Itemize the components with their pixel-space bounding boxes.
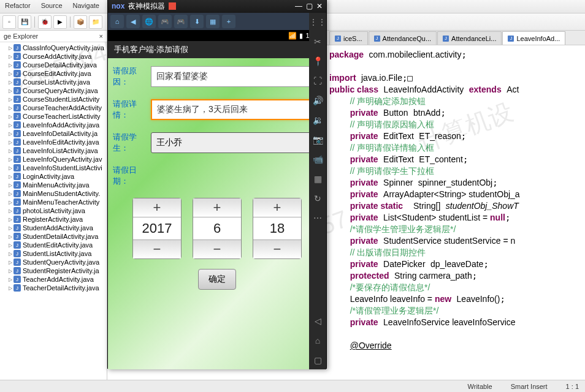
side-rotate-icon[interactable]: ↻ bbox=[312, 193, 323, 204]
tab-2[interactable]: JAttendanceLi... bbox=[437, 31, 502, 45]
label-date: 请假日期： bbox=[113, 165, 151, 187]
day-down[interactable]: − bbox=[253, 240, 301, 258]
file-RegisterActivity.java[interactable]: ▷JRegisterActivity.java bbox=[0, 215, 107, 224]
file-MainMenuTeacherActivity[interactable]: ▷JMainMenuTeacherActivity bbox=[0, 198, 107, 206]
code-editor[interactable]: package com.mobileclient.activity; impor… bbox=[327, 45, 585, 380]
tb-run[interactable]: ▶ bbox=[53, 15, 67, 29]
input-detail[interactable] bbox=[151, 99, 321, 120]
file-CourseEditActivity.java[interactable]: ▷JCourseEditActivity.java bbox=[0, 69, 107, 78]
status-pos: 1 : 1 bbox=[566, 383, 579, 390]
side-more-icon[interactable]: ⋯ bbox=[312, 213, 323, 224]
file-LeaveInfoQueryActivity.jav[interactable]: ▷JLeaveInfoQueryActivity.jav bbox=[0, 155, 107, 164]
side-drag-icon[interactable]: ⋮⋮ bbox=[312, 17, 323, 28]
menu-source[interactable]: Source bbox=[41, 2, 63, 9]
side-volup-icon[interactable]: 🔊 bbox=[312, 95, 323, 106]
emu-down-icon[interactable]: ⬇ bbox=[190, 15, 204, 28]
year-up[interactable]: + bbox=[133, 198, 181, 217]
tb-pkg[interactable]: 📦 bbox=[74, 15, 87, 29]
emulator-title: 夜神模拟器 bbox=[128, 1, 165, 12]
tab-0[interactable]: JiceS... bbox=[329, 31, 368, 45]
file-LeaveInfoEditActivity.java[interactable]: ▷JLeaveInfoEditActivity.java bbox=[0, 138, 107, 146]
status-insert: Smart Insert bbox=[511, 383, 548, 390]
side-voldown-icon[interactable]: 🔉 bbox=[312, 115, 323, 126]
file-CourseDetailActivity.java[interactable]: ▷JCourseDetailActivity.java bbox=[0, 61, 107, 69]
side-back-icon[interactable]: ◁ bbox=[312, 315, 323, 326]
status-writable: Writable bbox=[468, 383, 492, 390]
tb-save[interactable]: 💾 bbox=[18, 15, 31, 29]
file-ClassInfoQueryActivity.java[interactable]: ▷JClassInfoQueryActivity.java bbox=[0, 43, 107, 52]
side-location-icon[interactable]: 📍 bbox=[312, 56, 323, 67]
record-icon bbox=[169, 2, 176, 10]
status-bar: Writable Smart Insert 1 : 1 bbox=[0, 380, 585, 392]
menu-refactor[interactable]: Refactor bbox=[5, 2, 31, 9]
side-cut-icon[interactable]: ✂ bbox=[312, 36, 323, 47]
label-detail: 请假详情： bbox=[113, 99, 151, 121]
file-LeaveInfoStudentListActivi[interactable]: ▷JLeaveInfoStudentListActivi bbox=[0, 164, 107, 172]
input-reason[interactable] bbox=[151, 66, 321, 87]
max-icon[interactable]: ▢ bbox=[306, 2, 313, 10]
emu-launcher-tabs: ⌂ ◀ 🌐 🎮 🎮 ⬇ ▦ + bbox=[108, 13, 326, 30]
month-up[interactable]: + bbox=[193, 198, 241, 217]
tb-folder[interactable]: 📁 bbox=[89, 15, 102, 29]
select-student[interactable]: 王小乔▾ bbox=[151, 132, 321, 153]
editor-tabs: JiceS...JAttendanceQu...JAttendanceLi...… bbox=[327, 31, 585, 45]
file-photoListActivity.java[interactable]: ▷JphotoListActivity.java bbox=[0, 206, 107, 215]
file-TeacherDetailActivity.java[interactable]: ▷JTeacherDetailActivity.java bbox=[0, 284, 107, 292]
side-recent-icon[interactable]: ▢ bbox=[312, 355, 323, 366]
month-value: 6 bbox=[193, 217, 241, 240]
file-StudentRegisterActivity.ja[interactable]: ▷JStudentRegisterActivity.ja bbox=[0, 266, 107, 275]
leave-form: 请假原因： 请假详情： 请假学生： 王小乔▾ 请假日期： + 2017 − + … bbox=[108, 58, 326, 369]
emu-add-icon[interactable]: + bbox=[222, 15, 235, 28]
day-up[interactable]: + bbox=[253, 198, 301, 217]
date-picker[interactable]: + 2017 − + 6 − + 18 − bbox=[113, 198, 321, 259]
file-LeaveInfoAddActivity.java[interactable]: ▷JLeaveInfoAddActivity.java bbox=[0, 121, 107, 129]
file-tree[interactable]: ▷JClassInfoQueryActivity.java▷JCourseAdd… bbox=[0, 42, 107, 373]
confirm-button[interactable]: 确定 bbox=[198, 269, 236, 290]
file-TeacherAddActivity.java[interactable]: ▷JTeacherAddActivity.java bbox=[0, 275, 107, 284]
file-CourseTeacherAddActivity[interactable]: ▷JCourseTeacherAddActivity bbox=[0, 104, 107, 112]
file-StudentAddActivity.java[interactable]: ▷JStudentAddActivity.java bbox=[0, 224, 107, 232]
emu-home-icon[interactable]: ⌂ bbox=[110, 15, 124, 28]
tab-1[interactable]: JAttendanceQu... bbox=[369, 31, 437, 45]
emu-game-icon[interactable]: 🎮 bbox=[158, 15, 172, 28]
tab-3[interactable]: JLeaveInfoAd... bbox=[502, 31, 565, 45]
year-value: 2017 bbox=[133, 217, 181, 240]
month-down[interactable]: − bbox=[193, 240, 241, 258]
android-emulator: nox 夜神模拟器 — ▢ ✕ ⌂ ◀ 🌐 🎮 🎮 ⬇ ▦ + 📶 ▮ 11:4… bbox=[107, 0, 327, 369]
package-explorer: ge Explorer × ▷JClassInfoQueryActivity.j… bbox=[0, 31, 107, 380]
file-StudentListActivity.java[interactable]: ▷JStudentListActivity.java bbox=[0, 249, 107, 258]
menu-navigate[interactable]: Navigate bbox=[73, 2, 99, 9]
wifi-icon: 📶 bbox=[288, 32, 297, 40]
side-screenshot-icon[interactable]: 📷 bbox=[312, 134, 323, 145]
file-CourseAddActivity.java[interactable]: ▷JCourseAddActivity.java bbox=[0, 52, 107, 61]
file-MainMenuStudentActivity.[interactable]: ▷JMainMenuStudentActivity. bbox=[0, 189, 107, 198]
tb-debug[interactable]: 🐞 bbox=[38, 15, 52, 29]
file-MainMenuActivity.java[interactable]: ▷JMainMenuActivity.java bbox=[0, 181, 107, 189]
file-CourseListActivity.java[interactable]: ▷JCourseListActivity.java bbox=[0, 78, 107, 86]
side-multi-icon[interactable]: ▦ bbox=[312, 173, 323, 184]
emu-gamepad-icon[interactable]: 🎮 bbox=[174, 15, 188, 28]
file-StudentQueryActivity.java[interactable]: ▷JStudentQueryActivity.java bbox=[0, 258, 107, 266]
side-video-icon[interactable]: 📹 bbox=[312, 154, 323, 165]
explorer-close-icon[interactable]: × bbox=[99, 32, 103, 40]
file-StudentEditActivity.java[interactable]: ▷JStudentEditActivity.java bbox=[0, 241, 107, 249]
file-LoginActivity.java[interactable]: ▷JLoginActivity.java bbox=[0, 172, 107, 181]
emu-back-icon[interactable]: ◀ bbox=[126, 15, 140, 28]
file-CourseTeacherListActivity[interactable]: ▷JCourseTeacherListActivity bbox=[0, 112, 107, 121]
file-StudentDetailActivity.java[interactable]: ▷JStudentDetailActivity.java bbox=[0, 232, 107, 241]
side-home-icon[interactable]: ⌂ bbox=[312, 335, 323, 346]
emulator-sidebar: ⋮⋮ ✂ 📍 ⛶ 🔊 🔉 📷 📹 ▦ ↻ ⋯ ◁ ⌂ ▢ bbox=[309, 13, 326, 369]
file-CourseQueryActivity.java[interactable]: ▷JCourseQueryActivity.java bbox=[0, 86, 107, 95]
file-LeaveInfoDetailActivity.ja[interactable]: ▷JLeaveInfoDetailActivity.ja bbox=[0, 129, 107, 138]
file-LeaveInfoListActivity.java[interactable]: ▷JLeaveInfoListActivity.java bbox=[0, 146, 107, 155]
label-student: 请假学生： bbox=[113, 132, 151, 154]
emu-app-icon[interactable]: ▦ bbox=[206, 15, 220, 28]
year-down[interactable]: − bbox=[133, 240, 181, 258]
min-icon[interactable]: — bbox=[295, 2, 302, 10]
file-CourseStudentListActivity[interactable]: ▷JCourseStudentListActivity bbox=[0, 95, 107, 104]
side-fullscreen-icon[interactable]: ⛶ bbox=[312, 75, 323, 86]
close-icon[interactable]: ✕ bbox=[316, 2, 323, 10]
day-value: 18 bbox=[253, 217, 301, 240]
emu-globe-icon[interactable]: 🌐 bbox=[142, 15, 156, 28]
tb-new[interactable]: ▫ bbox=[2, 15, 16, 29]
